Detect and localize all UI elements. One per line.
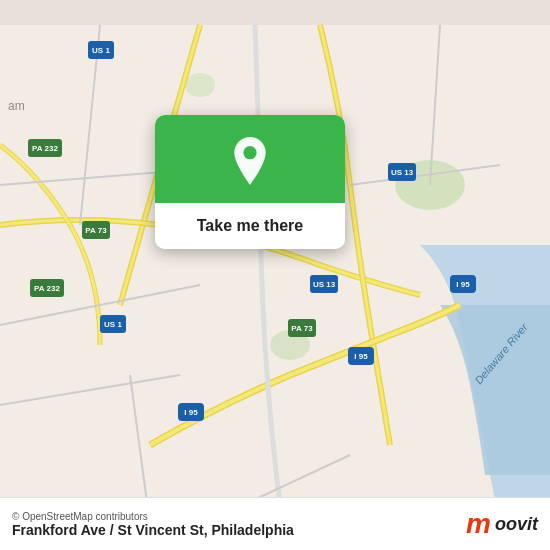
svg-text:US 13: US 13: [313, 280, 336, 289]
location-title: Frankford Ave / St Vincent St, Philadelp…: [12, 522, 294, 538]
svg-text:PA 232: PA 232: [32, 144, 58, 153]
map-background: US 1 US 1 PA 73 PA 73 PA 232 PA 232 US 1…: [0, 0, 550, 550]
bottom-left-info: © OpenStreetMap contributors Frankford A…: [12, 511, 294, 538]
popup-card: Take me there: [155, 115, 345, 249]
bottom-bar: © OpenStreetMap contributors Frankford A…: [0, 497, 550, 550]
popup-green-area: [155, 115, 345, 203]
take-me-there-button[interactable]: Take me there: [155, 203, 345, 249]
svg-text:I 95: I 95: [456, 280, 470, 289]
svg-text:US 1: US 1: [92, 46, 110, 55]
svg-point-39: [243, 146, 256, 159]
svg-text:I 95: I 95: [184, 408, 198, 417]
svg-text:PA 73: PA 73: [291, 324, 313, 333]
moovit-text: oovit: [495, 514, 538, 535]
osm-credit: © OpenStreetMap contributors: [12, 511, 294, 522]
svg-text:PA 232: PA 232: [34, 284, 60, 293]
moovit-logo: m oovit: [466, 508, 538, 540]
svg-text:PA 73: PA 73: [85, 226, 107, 235]
location-pin-icon: [226, 137, 274, 185]
moovit-m-icon: m: [466, 508, 491, 540]
svg-text:I 95: I 95: [354, 352, 368, 361]
svg-text:US 1: US 1: [104, 320, 122, 329]
svg-text:am: am: [8, 99, 25, 113]
svg-text:US 13: US 13: [391, 168, 414, 177]
map-container: US 1 US 1 PA 73 PA 73 PA 232 PA 232 US 1…: [0, 0, 550, 550]
svg-point-3: [185, 73, 215, 97]
